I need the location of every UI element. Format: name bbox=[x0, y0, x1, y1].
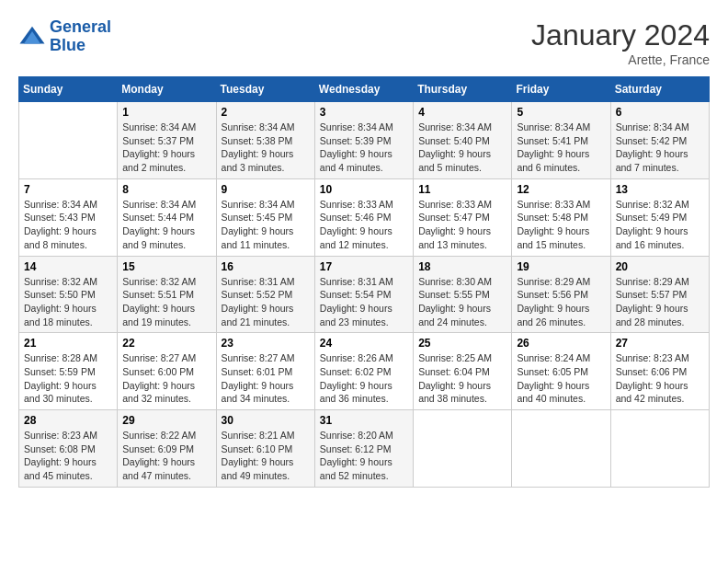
calendar-body: 1Sunrise: 8:34 AMSunset: 5:37 PMDaylight… bbox=[19, 102, 710, 488]
calendar-table: SundayMondayTuesdayWednesdayThursdayFrid… bbox=[18, 76, 710, 488]
day-info: Sunrise: 8:29 AMSunset: 5:56 PMDaylight:… bbox=[517, 275, 605, 329]
day-info: Sunrise: 8:34 AMSunset: 5:42 PMDaylight:… bbox=[616, 121, 704, 175]
day-cell: 20Sunrise: 8:29 AMSunset: 5:57 PMDayligh… bbox=[610, 256, 709, 333]
day-info: Sunrise: 8:23 AMSunset: 6:06 PMDaylight:… bbox=[616, 351, 704, 406]
day-cell: 8Sunrise: 8:34 AMSunset: 5:44 PMDaylight… bbox=[118, 178, 216, 256]
day-number: 27 bbox=[616, 337, 704, 350]
day-number: 18 bbox=[418, 260, 506, 273]
logo-icon bbox=[18, 23, 46, 51]
week-row-2: 7Sunrise: 8:34 AMSunset: 5:43 PMDaylight… bbox=[19, 178, 710, 256]
day-info: Sunrise: 8:34 AMSunset: 5:41 PMDaylight:… bbox=[517, 121, 605, 175]
day-info: Sunrise: 8:20 AMSunset: 6:12 PMDaylight:… bbox=[320, 429, 408, 483]
day-cell: 4Sunrise: 8:34 AMSunset: 5:40 PMDaylight… bbox=[414, 102, 512, 179]
day-number: 23 bbox=[222, 337, 310, 350]
day-number: 12 bbox=[517, 183, 605, 196]
day-number: 8 bbox=[122, 183, 210, 196]
day-number: 24 bbox=[320, 337, 408, 350]
day-info: Sunrise: 8:34 AMSunset: 5:39 PMDaylight:… bbox=[320, 121, 408, 175]
day-info: Sunrise: 8:34 AMSunset: 5:43 PMDaylight:… bbox=[24, 198, 112, 252]
day-info: Sunrise: 8:24 AMSunset: 6:05 PMDaylight:… bbox=[517, 351, 605, 406]
week-row-1: 1Sunrise: 8:34 AMSunset: 5:37 PMDaylight… bbox=[19, 102, 710, 179]
header-cell-sunday: Sunday bbox=[19, 77, 118, 102]
day-number: 26 bbox=[517, 337, 605, 350]
day-cell: 2Sunrise: 8:34 AMSunset: 5:38 PMDaylight… bbox=[216, 102, 314, 179]
day-cell: 10Sunrise: 8:33 AMSunset: 5:46 PMDayligh… bbox=[314, 178, 413, 256]
header-cell-tuesday: Tuesday bbox=[216, 77, 314, 102]
day-info: Sunrise: 8:27 AMSunset: 6:01 PMDaylight:… bbox=[222, 351, 310, 406]
day-cell: 26Sunrise: 8:24 AMSunset: 6:05 PMDayligh… bbox=[512, 333, 610, 410]
day-number: 11 bbox=[418, 183, 506, 196]
day-cell: 5Sunrise: 8:34 AMSunset: 5:41 PMDaylight… bbox=[512, 102, 610, 179]
day-number: 17 bbox=[320, 260, 408, 273]
day-cell: 15Sunrise: 8:32 AMSunset: 5:51 PMDayligh… bbox=[118, 256, 216, 333]
day-number: 7 bbox=[24, 183, 112, 196]
day-cell: 6Sunrise: 8:34 AMSunset: 5:42 PMDaylight… bbox=[610, 102, 709, 179]
day-number: 6 bbox=[616, 106, 704, 119]
day-cell: 9Sunrise: 8:34 AMSunset: 5:45 PMDaylight… bbox=[216, 178, 314, 256]
day-info: Sunrise: 8:23 AMSunset: 6:08 PMDaylight:… bbox=[24, 429, 112, 483]
day-info: Sunrise: 8:33 AMSunset: 5:48 PMDaylight:… bbox=[517, 198, 605, 252]
day-number: 21 bbox=[24, 337, 112, 350]
day-info: Sunrise: 8:32 AMSunset: 5:51 PMDaylight:… bbox=[122, 275, 210, 329]
title-block: January 2024 Arette, France bbox=[531, 18, 710, 67]
day-info: Sunrise: 8:22 AMSunset: 6:09 PMDaylight:… bbox=[122, 429, 210, 483]
header-cell-friday: Friday bbox=[512, 77, 610, 102]
day-cell bbox=[19, 102, 118, 179]
logo-line2: Blue bbox=[50, 36, 85, 54]
day-number: 3 bbox=[320, 106, 408, 119]
day-number: 9 bbox=[222, 183, 310, 196]
day-cell: 3Sunrise: 8:34 AMSunset: 5:39 PMDaylight… bbox=[314, 102, 413, 179]
day-number: 5 bbox=[517, 106, 605, 119]
month-title: January 2024 bbox=[531, 18, 710, 52]
header-cell-monday: Monday bbox=[118, 77, 216, 102]
day-info: Sunrise: 8:32 AMSunset: 5:50 PMDaylight:… bbox=[24, 275, 112, 329]
header-cell-wednesday: Wednesday bbox=[314, 77, 413, 102]
day-cell: 29Sunrise: 8:22 AMSunset: 6:09 PMDayligh… bbox=[118, 410, 216, 488]
day-info: Sunrise: 8:34 AMSunset: 5:37 PMDaylight:… bbox=[122, 121, 210, 175]
day-info: Sunrise: 8:31 AMSunset: 5:52 PMDaylight:… bbox=[222, 275, 310, 329]
week-row-3: 14Sunrise: 8:32 AMSunset: 5:50 PMDayligh… bbox=[19, 256, 710, 333]
day-info: Sunrise: 8:28 AMSunset: 5:59 PMDaylight:… bbox=[24, 351, 112, 406]
day-cell: 31Sunrise: 8:20 AMSunset: 6:12 PMDayligh… bbox=[314, 410, 413, 488]
day-info: Sunrise: 8:33 AMSunset: 5:47 PMDaylight:… bbox=[418, 198, 506, 252]
day-number: 10 bbox=[320, 183, 408, 196]
week-row-5: 28Sunrise: 8:23 AMSunset: 6:08 PMDayligh… bbox=[19, 410, 710, 488]
day-info: Sunrise: 8:27 AMSunset: 6:00 PMDaylight:… bbox=[122, 351, 210, 406]
day-cell: 27Sunrise: 8:23 AMSunset: 6:06 PMDayligh… bbox=[610, 333, 709, 410]
day-number: 13 bbox=[616, 183, 704, 196]
day-info: Sunrise: 8:31 AMSunset: 5:54 PMDaylight:… bbox=[320, 275, 408, 329]
day-cell bbox=[610, 410, 709, 488]
day-number: 1 bbox=[122, 106, 210, 119]
day-info: Sunrise: 8:33 AMSunset: 5:46 PMDaylight:… bbox=[320, 198, 408, 252]
day-number: 19 bbox=[517, 260, 605, 273]
day-cell: 24Sunrise: 8:26 AMSunset: 6:02 PMDayligh… bbox=[314, 333, 413, 410]
day-info: Sunrise: 8:25 AMSunset: 6:04 PMDaylight:… bbox=[418, 351, 506, 406]
day-cell: 25Sunrise: 8:25 AMSunset: 6:04 PMDayligh… bbox=[414, 333, 512, 410]
logo-text: General Blue bbox=[50, 18, 111, 55]
day-number: 25 bbox=[418, 337, 506, 350]
calendar-header: SundayMondayTuesdayWednesdayThursdayFrid… bbox=[19, 77, 710, 102]
day-cell: 30Sunrise: 8:21 AMSunset: 6:10 PMDayligh… bbox=[216, 410, 314, 488]
day-cell: 28Sunrise: 8:23 AMSunset: 6:08 PMDayligh… bbox=[19, 410, 118, 488]
day-cell: 11Sunrise: 8:33 AMSunset: 5:47 PMDayligh… bbox=[414, 178, 512, 256]
day-info: Sunrise: 8:29 AMSunset: 5:57 PMDaylight:… bbox=[616, 275, 704, 329]
header-cell-saturday: Saturday bbox=[610, 77, 709, 102]
day-number: 31 bbox=[320, 414, 408, 427]
day-info: Sunrise: 8:30 AMSunset: 5:55 PMDaylight:… bbox=[418, 275, 506, 329]
day-number: 2 bbox=[222, 106, 310, 119]
day-number: 14 bbox=[24, 260, 112, 273]
logo: General Blue bbox=[18, 18, 111, 55]
header-cell-thursday: Thursday bbox=[414, 77, 512, 102]
day-number: 29 bbox=[122, 414, 210, 427]
day-cell: 22Sunrise: 8:27 AMSunset: 6:00 PMDayligh… bbox=[118, 333, 216, 410]
day-cell: 7Sunrise: 8:34 AMSunset: 5:43 PMDaylight… bbox=[19, 178, 118, 256]
day-number: 22 bbox=[122, 337, 210, 350]
day-cell: 16Sunrise: 8:31 AMSunset: 5:52 PMDayligh… bbox=[216, 256, 314, 333]
day-number: 16 bbox=[222, 260, 310, 273]
day-cell bbox=[512, 410, 610, 488]
location: Arette, France bbox=[531, 52, 710, 67]
day-cell: 14Sunrise: 8:32 AMSunset: 5:50 PMDayligh… bbox=[19, 256, 118, 333]
day-cell: 1Sunrise: 8:34 AMSunset: 5:37 PMDaylight… bbox=[118, 102, 216, 179]
day-number: 15 bbox=[122, 260, 210, 273]
day-number: 28 bbox=[24, 414, 112, 427]
